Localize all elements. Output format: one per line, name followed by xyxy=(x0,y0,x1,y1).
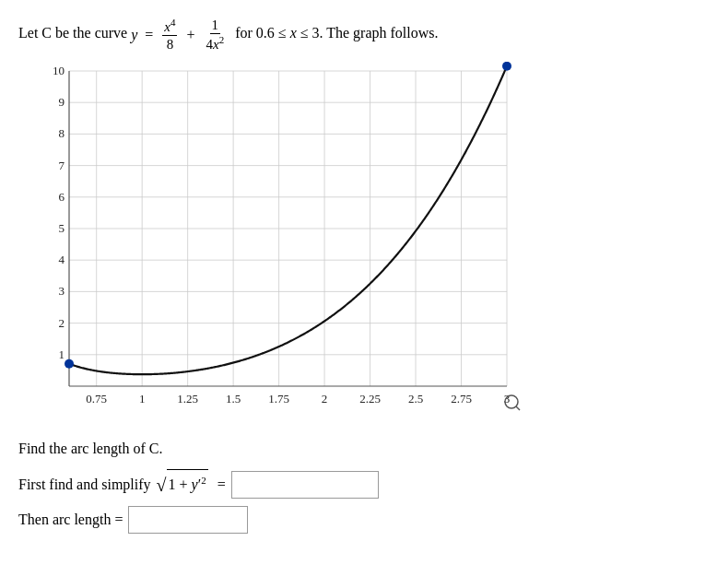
graph-canvas xyxy=(28,62,525,421)
arc-length-input[interactable] xyxy=(128,506,248,534)
sqrt-content: 1 + y′2 xyxy=(167,469,208,500)
q3-prefix: Then arc length = xyxy=(18,505,123,535)
arc-length-line: Then arc length = xyxy=(18,505,687,535)
simplify-line: First find and simplify √ 1 + y′2 = xyxy=(18,469,687,500)
graph-area xyxy=(28,62,525,421)
sqrt-expression: √ 1 + y′2 xyxy=(157,469,208,500)
problem-statement: Let C be the curve y = x4 8 + 1 4x2 for … xyxy=(18,17,687,53)
sqrt-symbol: √ xyxy=(157,476,167,494)
problem-suffix: for 0.6 ≤ x ≤ 3. The graph follows. xyxy=(231,25,438,41)
simplify-input[interactable] xyxy=(231,471,379,499)
formula-display: y = x4 8 + 1 4x2 xyxy=(131,17,228,53)
questions-area: Find the arc length of C. First find and… xyxy=(18,434,687,535)
q2-equals: = xyxy=(214,470,226,500)
problem-prefix: Let C be the curve xyxy=(18,25,131,41)
q2-prefix: First find and simplify xyxy=(18,470,151,500)
question1: Find the arc length of C. xyxy=(18,434,687,464)
